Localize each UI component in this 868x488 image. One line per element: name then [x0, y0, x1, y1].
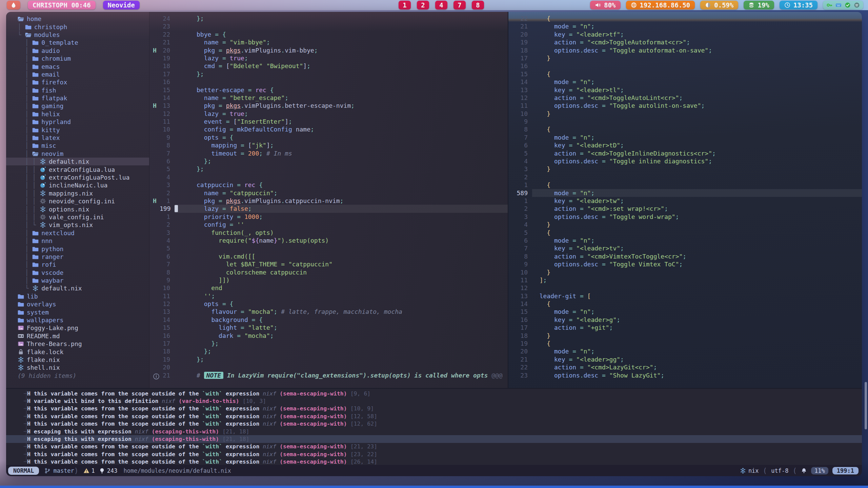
tree-item[interactable]: │ emacs: [6, 62, 149, 70]
code-line[interactable]: 19 };: [149, 355, 508, 363]
diagnostic-item[interactable]: ─H this variable comes from the scope ou…: [6, 390, 862, 397]
tree-item[interactable]: home: [6, 15, 149, 23]
code-line[interactable]: 15 mode = "n";: [508, 308, 862, 316]
tree-item[interactable]: │ firefox: [6, 78, 149, 86]
volume-chip[interactable]: 80%: [590, 1, 620, 9]
code-line[interactable]: 18 cmd = ["Bdelete" "Bwipeout"];: [149, 62, 508, 70]
code-line[interactable]: 12 lazy = true;: [149, 110, 508, 118]
tree-item[interactable]: overlays: [6, 300, 149, 308]
code-line[interactable]: 5 {: [508, 229, 862, 237]
user-clock-chip[interactable]: CHRISTOPH 00:46: [28, 1, 96, 9]
tree-item[interactable]: │ email: [6, 70, 149, 78]
tree-item[interactable]: │ │ options.nix: [6, 205, 149, 213]
tree-item[interactable]: │ kitty: [6, 126, 149, 134]
code-line[interactable]: 14 name = "better_escape";: [149, 94, 508, 102]
code-line[interactable]: 8 {: [508, 125, 862, 133]
editor-right[interactable]: 22 {21 mode = "n";20 key = "<leader>tf";…: [508, 12, 862, 388]
code-line[interactable]: 8 action = "<cmd>VimtexTocToggle<cr>";: [508, 252, 862, 260]
code-line[interactable]: 3 catppuccin = rec {: [149, 181, 508, 189]
code-line[interactable]: 8 colorscheme catppuccin: [149, 268, 508, 276]
workspace-button[interactable]: 4: [435, 1, 447, 9]
diagnostic-item[interactable]: ─H this variable comes from the scope ou…: [6, 412, 862, 420]
tree-item[interactable]: └ modules: [6, 31, 149, 39]
code-line[interactable]: 18 }: [508, 332, 862, 340]
code-line[interactable]: 1 {: [508, 181, 862, 189]
code-line[interactable]: 22 {: [508, 15, 862, 22]
code-line[interactable]: 17 };: [149, 70, 508, 78]
diagnostic-item[interactable]: ─H this variable comes from the scope ou…: [6, 443, 862, 450]
code-line[interactable]: 13 key = "<leader>tl";: [508, 86, 862, 94]
tree-item[interactable]: │ fish: [6, 86, 149, 94]
code-line[interactable]: 14 background = {: [149, 316, 508, 324]
workspace-button[interactable]: 7: [453, 1, 466, 9]
tree-item[interactable]: │ waybar: [6, 277, 149, 284]
code-line[interactable]: 21 name = "vim-bbye";: [149, 38, 508, 46]
tree-item[interactable]: flake.nix: [6, 356, 149, 364]
code-line[interactable]: 6 vim.cmd([[: [149, 252, 508, 260]
workspace-button[interactable]: 2: [417, 1, 429, 9]
diagnostic-item[interactable]: ─H escaping this with expression nixf (e…: [6, 428, 862, 435]
code-line[interactable]: 5 action = "<cmd>ToggleInlineDiagnostics…: [508, 149, 862, 157]
code-line[interactable]: 19 action = "<cmd>ToggleAutoformat<cr>";: [508, 38, 862, 46]
tree-item[interactable]: system: [6, 308, 149, 316]
diagnostic-item[interactable]: ─H this variable comes from the scope ou…: [6, 458, 862, 466]
launcher-button[interactable]: [7, 1, 20, 9]
tree-item[interactable]: shell.nix: [6, 364, 149, 371]
code-line[interactable]: 12 action = "<cmd>ToggleAutoLint<cr>";: [508, 94, 862, 102]
file-tree-panel[interactable]: home│ christoph└ modules │ 0_template │ …: [6, 12, 149, 388]
check-icon[interactable]: [845, 2, 851, 8]
tree-item[interactable]: │ audio: [6, 47, 149, 55]
tree-item[interactable]: │ chromium: [6, 55, 149, 62]
tree-item[interactable]: │ │ vale_config.ini: [6, 213, 149, 221]
diagnostic-item[interactable]: ─H escaping this with expression nixf (e…: [6, 435, 862, 443]
code-line[interactable]: 3 }: [508, 165, 862, 173]
network-chip[interactable]: 192.168.86.50: [626, 1, 695, 9]
code-line[interactable]: 20 mode = "n";: [508, 347, 862, 355]
code-line[interactable]: 3 options.desc = "Toggle word-wrap";: [508, 213, 862, 221]
workspace-button[interactable]: 1: [399, 1, 411, 9]
code-line[interactable]: 14 {: [508, 300, 862, 308]
code-line[interactable]: 21 mode = "n";: [508, 22, 862, 30]
code-line[interactable]: 11 event = ["InsertEnter"];: [149, 118, 508, 125]
tree-item[interactable]: └ default.nix: [6, 284, 149, 292]
code-line[interactable]: 19 lazy = true;: [149, 54, 508, 62]
code-line[interactable]: 16: [149, 78, 508, 86]
code-line[interactable]: 6 key = "<leader>tD";: [508, 141, 862, 149]
code-line[interactable]: 17 };: [149, 340, 508, 347]
code-line[interactable]: 589 mode = "n";: [508, 189, 862, 197]
code-line[interactable]: 9: [508, 118, 862, 125]
code-line[interactable]: 4 }: [508, 221, 862, 228]
code-line[interactable]: 15 {: [508, 70, 862, 78]
code-line[interactable]: 16: [508, 62, 862, 70]
diagnostic-item[interactable]: ─H this variable comes from the scope ou…: [6, 420, 862, 428]
code-line[interactable]: 20: [149, 363, 508, 371]
code-line[interactable]: 19 {: [508, 340, 862, 347]
diagnostic-item[interactable]: ─H this variable comes from the scope ou…: [6, 450, 862, 458]
code-line[interactable]: 13 leader-git = [: [508, 292, 862, 300]
tree-item[interactable]: │ │ extraConfigLua.lua: [6, 165, 149, 173]
tree-item[interactable]: (9 hidden items): [6, 372, 149, 380]
code-line[interactable]: 11 options.desc = "Toggle autolint-on-sa…: [508, 102, 862, 109]
code-line[interactable]: 10 }: [508, 110, 862, 118]
code-line[interactable]: 11 '';: [149, 292, 508, 300]
code-line[interactable]: 4: [149, 173, 508, 181]
tree-item[interactable]: │ rofi: [6, 261, 149, 268]
code-line[interactable]: 20 key = "<leader>tf";: [508, 30, 862, 38]
code-line[interactable]: 18 options.desc = "Toggle autoformat-on-…: [508, 46, 862, 54]
code-line[interactable]: 24 };: [149, 15, 508, 22]
code-line[interactable]: 5: [149, 244, 508, 252]
diagnostic-item[interactable]: ─H variable will bind to this definition…: [6, 397, 862, 405]
diagnostics-panel[interactable]: ─H this variable comes from the scope ou…: [6, 388, 862, 465]
tree-item[interactable]: │ neovim: [6, 150, 149, 158]
tree-item[interactable]: README.md: [6, 332, 149, 340]
code-line[interactable]: 17 action = "+git";: [508, 324, 862, 331]
code-line[interactable]: 10 }: [508, 268, 862, 276]
tree-item[interactable]: │ 0_template: [6, 39, 149, 46]
code-line[interactable]: H1 pkg = pkgs.vimPlugins.catppuccin-nvim…: [149, 197, 508, 205]
code-line[interactable]: 16 key = "<leader>g";: [508, 316, 862, 324]
code-line[interactable]: 9 ]]): [149, 276, 508, 284]
tree-item[interactable]: │ vscode: [6, 269, 149, 277]
code-line[interactable]: 6 mode = "n";: [508, 237, 862, 244]
code-line[interactable]: 13 flavour = "mocha"; # latte, frappe, m…: [149, 308, 508, 316]
workspace-button[interactable]: 8: [472, 1, 484, 9]
